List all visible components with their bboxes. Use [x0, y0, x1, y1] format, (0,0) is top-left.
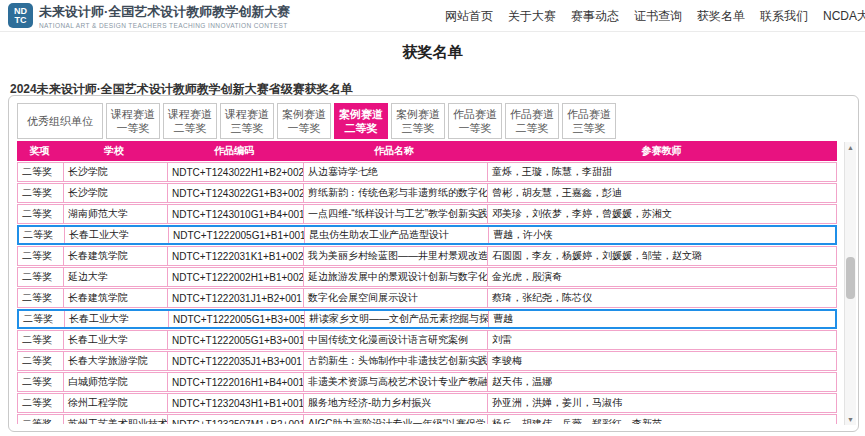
cell-teachers: 童烁，王璇，陈慧，李甜甜	[487, 163, 836, 181]
cell-school: 延边大学	[63, 268, 167, 286]
cell-teachers: 曹越，许小侠	[488, 227, 835, 243]
nav-item-4[interactable]: 获奖名单	[697, 8, 745, 25]
table-row[interactable]: 二等奖长春大学旅游学院NDTC+T1222035J1+B3+001古韵新生：头饰…	[17, 351, 837, 371]
cell-work: 延边旅游发展中的景观设计创新与数字化展示	[303, 268, 487, 286]
cell-award: 二等奖	[18, 247, 63, 265]
tab-1[interactable]: 课程赛道一等奖	[106, 103, 160, 139]
cell-award: 二等奖	[18, 331, 63, 349]
cell-teachers: 蔡琦，张纪尧，陈芯仪	[487, 289, 836, 307]
table-header-row: 奖项 学校 作品编码 作品名称 参赛教师	[17, 141, 837, 161]
cell-work: 非遗美术资源与高校艺术设计专业产教融合	[303, 373, 487, 391]
cell-award: 二等奖	[18, 184, 63, 202]
tab-label-line2: 三等奖	[231, 121, 264, 135]
nav-item-0[interactable]: 网站首页	[445, 8, 493, 25]
cell-work: 耕读家乡文明——文创产品元素挖掘与探索	[304, 311, 488, 327]
cell-work: 服务地方经济-助力乡村振兴	[303, 394, 487, 412]
brand-logo-icon[interactable]: ND TC	[8, 3, 33, 28]
tab-label-line1: 优秀组织单位	[27, 114, 93, 128]
cell-award: 二等奖	[18, 352, 63, 370]
cell-code: NDTC+T1232507M1+B2+001	[167, 415, 303, 424]
tab-5[interactable]: 案例赛道二等奖	[334, 103, 388, 139]
tab-label-line1: 案例赛道	[396, 107, 440, 121]
tab-6[interactable]: 案例赛道三等奖	[391, 103, 445, 139]
tab-label-line2: 二等奖	[174, 121, 207, 135]
main-nav: 网站首页关于大赛赛事动态证书查询获奖名单联系我们NCDA大赛	[445, 0, 865, 32]
table-scrollbar[interactable]: ▲ ▼	[844, 142, 856, 425]
cell-work: 中国传统文化漫画设计语言研究案例	[303, 331, 487, 349]
cell-code: NDTC+T1222005G1+B3+005	[168, 311, 304, 327]
table-row[interactable]: 二等奖长春工业大学NDTC+T1222005G1+B3+001中国传统文化漫画设…	[17, 330, 837, 350]
tab-3[interactable]: 课程赛道三等奖	[220, 103, 274, 139]
logo-text-bottom: TC	[15, 16, 27, 25]
table-row[interactable]: 二等奖长春建筑学院NDTC+T1222031J1+B2+001数字化会展空间展示…	[17, 288, 837, 308]
nav-item-5[interactable]: 联系我们	[760, 8, 808, 25]
cell-award: 二等奖	[19, 227, 64, 243]
tab-label-line2: 一等奖	[117, 121, 150, 135]
cell-award: 二等奖	[18, 163, 63, 181]
cell-teachers: 金光虎，殷演奇	[487, 268, 836, 286]
cell-school: 长春工业大学	[64, 311, 168, 327]
cell-teachers: 刘雷	[487, 331, 836, 349]
tab-0[interactable]: 优秀组织单位	[17, 103, 103, 139]
cell-award: 二等奖	[18, 373, 63, 391]
scroll-up-icon[interactable]: ▲	[845, 143, 856, 152]
column-header-work: 作品名称	[302, 141, 486, 161]
cell-work: 数字化会展空间展示设计	[303, 289, 487, 307]
cell-school: 长春建筑学院	[63, 289, 167, 307]
table-row[interactable]: 二等奖苏州工艺美术职业技术学院NDTC+T1232507M1+B2+001AIG…	[17, 414, 837, 424]
cell-code: NDTC+T1222005G1+B3+001	[167, 331, 303, 349]
tab-label-line2: 二等奖	[345, 121, 378, 135]
cell-code: NDTC+T1222005G1+B1+001	[168, 227, 304, 243]
tab-label-line1: 课程赛道	[111, 107, 155, 121]
table-row-highlighted[interactable]: 二等奖长春工业大学NDTC+T1222005G1+B3+005耕读家乡文明——文…	[17, 309, 837, 329]
tab-8[interactable]: 作品赛道二等奖	[505, 103, 559, 139]
cell-award: 二等奖	[18, 289, 63, 307]
tab-label-line1: 作品赛道	[567, 107, 611, 121]
cell-work: 剪纸新韵：传统色彩与非遗剪纸的数字化创新	[303, 184, 487, 202]
tab-9[interactable]: 作品赛道三等奖	[562, 103, 616, 139]
cell-award: 二等奖	[18, 394, 63, 412]
cell-work: 我为美丽乡村绘蓝图——井里村景观改造设计	[303, 247, 487, 265]
table-row[interactable]: 二等奖长沙学院NDTC+T1243022G1+B3+002剪纸新韵：传统色彩与非…	[17, 183, 837, 203]
column-header-school: 学校	[62, 141, 166, 161]
tab-label-line2: 一等奖	[288, 121, 321, 135]
scroll-down-icon[interactable]: ▼	[845, 415, 856, 424]
cell-code: NDTC+T1243022H1+B2+002	[167, 163, 303, 181]
nav-item-1[interactable]: 关于大赛	[508, 8, 556, 25]
nav-item-2[interactable]: 赛事动态	[571, 8, 619, 25]
nav-item-6[interactable]: NCDA大赛	[823, 8, 865, 25]
cell-school: 徐州工程学院	[63, 394, 167, 412]
scrollbar-thumb[interactable]	[846, 257, 855, 299]
cell-teachers: 曾彬，胡友慧，王嘉鑫，彭迪	[487, 184, 836, 202]
tab-label-line2: 二等奖	[516, 121, 549, 135]
cell-school: 长春工业大学	[63, 331, 167, 349]
tab-4[interactable]: 案例赛道一等奖	[277, 103, 331, 139]
cell-code: NDTC+T1232043H1+B1+001	[167, 394, 303, 412]
cell-work: 一点四维-“纸样设计与工艺”教学创新实践	[303, 205, 487, 223]
column-header-award: 奖项	[17, 141, 62, 161]
table-row-highlighted[interactable]: 二等奖长春工业大学NDTC+T1222005G1+B1+001昆虫仿生助农工业产…	[17, 225, 837, 245]
cell-teachers: 石圆圆，李友，杨媛婷，刘媛媛，邹莹，赵文璐	[487, 247, 836, 265]
table-row[interactable]: 二等奖长沙学院NDTC+T1243022H1+B2+002从边塞诗学七绝童烁，王…	[17, 162, 837, 182]
cell-work: 古韵新生：头饰制作中非遗技艺创新实践	[303, 352, 487, 370]
cell-code: NDTC+T1222016H1+B4+001	[167, 373, 303, 391]
cell-teachers: 杨丘，胡建伟，岳薇，郑彩红，李新苗	[487, 415, 836, 424]
cell-work: AIGC助力高阶设计专业一年级“以赛促学	[303, 415, 487, 424]
table-row[interactable]: 二等奖长春建筑学院NDTC+T1222031K1+B1+002我为美丽乡村绘蓝图…	[17, 246, 837, 266]
cell-code: NDTC+T1222035J1+B3+001	[167, 352, 303, 370]
tab-label-line1: 作品赛道	[510, 107, 554, 121]
tab-7[interactable]: 作品赛道一等奖	[448, 103, 502, 139]
site-title: 未来设计师·全国艺术设计教师教学创新大赛	[39, 3, 290, 21]
table-row[interactable]: 二等奖湖南师范大学NDTC+T1243010G1+B4+001一点四维-“纸样设…	[17, 204, 837, 224]
cell-teachers: 赵天伟，温娜	[487, 373, 836, 391]
tab-label-line1: 案例赛道	[282, 107, 326, 121]
tab-2[interactable]: 课程赛道二等奖	[163, 103, 217, 139]
nav-item-3[interactable]: 证书查询	[634, 8, 682, 25]
table-row[interactable]: 二等奖白城师范学院NDTC+T1222016H1+B4+001非遗美术资源与高校…	[17, 372, 837, 392]
cell-school: 长春建筑学院	[63, 247, 167, 265]
page-title: 获奖名单	[0, 43, 865, 62]
tab-label-line2: 三等奖	[573, 121, 606, 135]
table-row[interactable]: 二等奖徐州工程学院NDTC+T1232043H1+B1+001服务地方经济-助力…	[17, 393, 837, 413]
tab-label-line1: 案例赛道	[339, 107, 383, 121]
table-row[interactable]: 二等奖延边大学NDTC+T1222002H1+B1+002延边旅游发展中的景观设…	[17, 267, 837, 287]
